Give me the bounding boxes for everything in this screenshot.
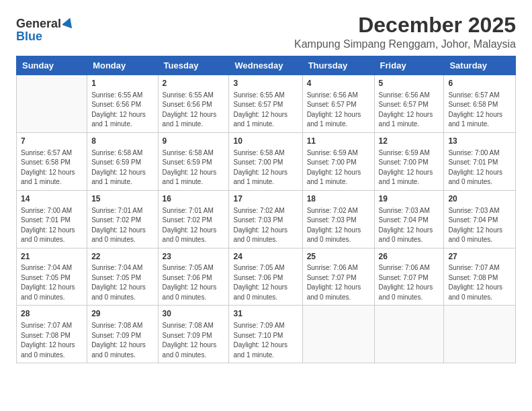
calendar-cell: 12Sunrise: 6:59 AM Sunset: 7:00 PM Dayli…: [374, 132, 444, 190]
svg-marker-0: [62, 16, 75, 28]
day-info: Sunrise: 7:00 AM Sunset: 7:01 PM Dayligh…: [21, 206, 83, 245]
day-info: Sunrise: 6:56 AM Sunset: 6:57 PM Dayligh…: [307, 91, 370, 130]
day-info: Sunrise: 7:05 AM Sunset: 7:06 PM Dayligh…: [163, 263, 225, 302]
day-number: 16: [163, 193, 225, 205]
day-number: 17: [233, 193, 298, 205]
day-number: 24: [233, 251, 298, 263]
day-info: Sunrise: 7:04 AM Sunset: 7:05 PM Dayligh…: [21, 263, 83, 302]
day-info: Sunrise: 6:55 AM Sunset: 6:57 PM Dayligh…: [233, 91, 298, 130]
calendar-cell: [444, 306, 516, 363]
day-number: 5: [379, 78, 440, 89]
logo-general-text: General: [16, 17, 61, 31]
day-info: Sunrise: 7:07 AM Sunset: 7:08 PM Dayligh…: [448, 263, 511, 302]
day-number: 29: [91, 308, 153, 320]
day-number: 9: [163, 136, 225, 147]
calendar-cell: 9Sunrise: 6:58 AM Sunset: 6:59 PM Daylig…: [158, 132, 229, 190]
column-header-saturday: Saturday: [444, 56, 516, 75]
calendar-cell: [374, 306, 444, 363]
day-number: 19: [379, 193, 440, 205]
day-info: Sunrise: 6:56 AM Sunset: 6:57 PM Dayligh…: [379, 91, 440, 130]
calendar-cell: 3Sunrise: 6:55 AM Sunset: 6:57 PM Daylig…: [229, 75, 302, 133]
calendar-cell: 17Sunrise: 7:02 AM Sunset: 7:03 PM Dayli…: [229, 190, 302, 248]
day-info: Sunrise: 7:03 AM Sunset: 7:04 PM Dayligh…: [379, 206, 440, 245]
day-number: 26: [379, 251, 440, 263]
calendar-cell: 13Sunrise: 7:00 AM Sunset: 7:01 PM Dayli…: [444, 132, 516, 190]
calendar-cell: 15Sunrise: 7:01 AM Sunset: 7:02 PM Dayli…: [87, 190, 158, 248]
column-header-sunday: Sunday: [17, 56, 87, 75]
calendar-cell: 23Sunrise: 7:05 AM Sunset: 7:06 PM Dayli…: [158, 248, 229, 306]
calendar-cell: 29Sunrise: 7:08 AM Sunset: 7:09 PM Dayli…: [87, 306, 158, 363]
calendar-header-row: SundayMondayTuesdayWednesdayThursdayFrid…: [17, 56, 516, 75]
header: General Blue December 2025 Kampung Simpa…: [16, 13, 516, 50]
day-number: 23: [163, 251, 225, 263]
day-number: 28: [21, 308, 83, 320]
day-number: 10: [233, 136, 298, 147]
calendar-cell: 1Sunrise: 6:55 AM Sunset: 6:56 PM Daylig…: [87, 75, 158, 133]
day-info: Sunrise: 6:57 AM Sunset: 6:58 PM Dayligh…: [448, 91, 511, 130]
calendar-table: SundayMondayTuesdayWednesdayThursdayFrid…: [16, 56, 516, 363]
calendar-cell: 22Sunrise: 7:04 AM Sunset: 7:05 PM Dayli…: [87, 248, 158, 306]
column-header-monday: Monday: [87, 56, 158, 75]
calendar-week-row: 1Sunrise: 6:55 AM Sunset: 6:56 PM Daylig…: [17, 75, 516, 133]
day-info: Sunrise: 7:04 AM Sunset: 7:05 PM Dayligh…: [91, 263, 153, 302]
calendar-cell: 20Sunrise: 7:03 AM Sunset: 7:04 PM Dayli…: [444, 190, 516, 248]
day-info: Sunrise: 7:08 AM Sunset: 7:09 PM Dayligh…: [91, 321, 153, 360]
day-number: 2: [163, 78, 225, 89]
day-number: 11: [307, 136, 370, 147]
day-info: Sunrise: 6:58 AM Sunset: 6:59 PM Dayligh…: [163, 148, 225, 187]
day-number: 25: [307, 251, 370, 263]
day-info: Sunrise: 6:57 AM Sunset: 6:58 PM Dayligh…: [21, 148, 83, 187]
day-number: 31: [233, 308, 298, 320]
calendar-cell: 14Sunrise: 7:00 AM Sunset: 7:01 PM Dayli…: [17, 190, 87, 248]
day-number: 20: [448, 193, 511, 205]
day-number: 21: [21, 251, 83, 263]
title-area: December 2025 Kampung Simpang Renggam, J…: [294, 13, 516, 50]
day-info: Sunrise: 6:59 AM Sunset: 7:00 PM Dayligh…: [307, 148, 370, 187]
day-number: 22: [91, 251, 153, 263]
calendar-cell: [302, 306, 374, 363]
day-number: 4: [307, 78, 370, 89]
calendar-week-row: 28Sunrise: 7:07 AM Sunset: 7:08 PM Dayli…: [17, 306, 516, 363]
day-number: 8: [91, 136, 153, 147]
column-header-tuesday: Tuesday: [158, 56, 229, 75]
day-info: Sunrise: 6:55 AM Sunset: 6:56 PM Dayligh…: [163, 91, 225, 130]
day-info: Sunrise: 7:05 AM Sunset: 7:06 PM Dayligh…: [233, 263, 298, 302]
calendar-cell: 19Sunrise: 7:03 AM Sunset: 7:04 PM Dayli…: [374, 190, 444, 248]
day-number: 15: [91, 193, 153, 205]
day-info: Sunrise: 7:01 AM Sunset: 7:02 PM Dayligh…: [91, 206, 153, 245]
day-info: Sunrise: 7:02 AM Sunset: 7:03 PM Dayligh…: [233, 206, 298, 245]
day-number: 14: [21, 193, 83, 205]
day-info: Sunrise: 7:02 AM Sunset: 7:03 PM Dayligh…: [307, 206, 370, 245]
calendar-cell: [17, 75, 87, 133]
day-info: Sunrise: 7:00 AM Sunset: 7:01 PM Dayligh…: [448, 148, 511, 187]
day-number: 7: [21, 136, 83, 147]
calendar-cell: 24Sunrise: 7:05 AM Sunset: 7:06 PM Dayli…: [229, 248, 302, 306]
calendar-cell: 25Sunrise: 7:06 AM Sunset: 7:07 PM Dayli…: [302, 248, 374, 306]
day-number: 12: [379, 136, 440, 147]
calendar-cell: 28Sunrise: 7:07 AM Sunset: 7:08 PM Dayli…: [17, 306, 87, 363]
calendar-cell: 7Sunrise: 6:57 AM Sunset: 6:58 PM Daylig…: [17, 132, 87, 190]
day-number: 6: [448, 78, 511, 89]
calendar-cell: 27Sunrise: 7:07 AM Sunset: 7:08 PM Dayli…: [444, 248, 516, 306]
calendar-week-row: 21Sunrise: 7:04 AM Sunset: 7:05 PM Dayli…: [17, 248, 516, 306]
logo: General Blue: [16, 16, 75, 44]
day-info: Sunrise: 7:06 AM Sunset: 7:07 PM Dayligh…: [379, 263, 440, 302]
day-number: 27: [448, 251, 511, 263]
page-subtitle: Kampung Simpang Renggam, Johor, Malaysia: [294, 38, 516, 50]
day-number: 13: [448, 136, 511, 147]
day-info: Sunrise: 6:58 AM Sunset: 6:59 PM Dayligh…: [91, 148, 153, 187]
day-info: Sunrise: 6:59 AM Sunset: 7:00 PM Dayligh…: [379, 148, 440, 187]
day-number: 3: [233, 78, 298, 89]
day-info: Sunrise: 7:09 AM Sunset: 7:10 PM Dayligh…: [233, 321, 298, 360]
column-header-thursday: Thursday: [302, 56, 374, 75]
page-title: December 2025: [294, 13, 516, 37]
calendar-week-row: 7Sunrise: 6:57 AM Sunset: 6:58 PM Daylig…: [17, 132, 516, 190]
day-info: Sunrise: 7:03 AM Sunset: 7:04 PM Dayligh…: [448, 206, 511, 245]
calendar-cell: 18Sunrise: 7:02 AM Sunset: 7:03 PM Dayli…: [302, 190, 374, 248]
day-info: Sunrise: 7:08 AM Sunset: 7:09 PM Dayligh…: [163, 321, 225, 360]
calendar-cell: 11Sunrise: 6:59 AM Sunset: 7:00 PM Dayli…: [302, 132, 374, 190]
calendar-week-row: 14Sunrise: 7:00 AM Sunset: 7:01 PM Dayli…: [17, 190, 516, 248]
day-info: Sunrise: 7:06 AM Sunset: 7:07 PM Dayligh…: [307, 263, 370, 302]
calendar-cell: 26Sunrise: 7:06 AM Sunset: 7:07 PM Dayli…: [374, 248, 444, 306]
day-info: Sunrise: 6:58 AM Sunset: 7:00 PM Dayligh…: [233, 148, 298, 187]
